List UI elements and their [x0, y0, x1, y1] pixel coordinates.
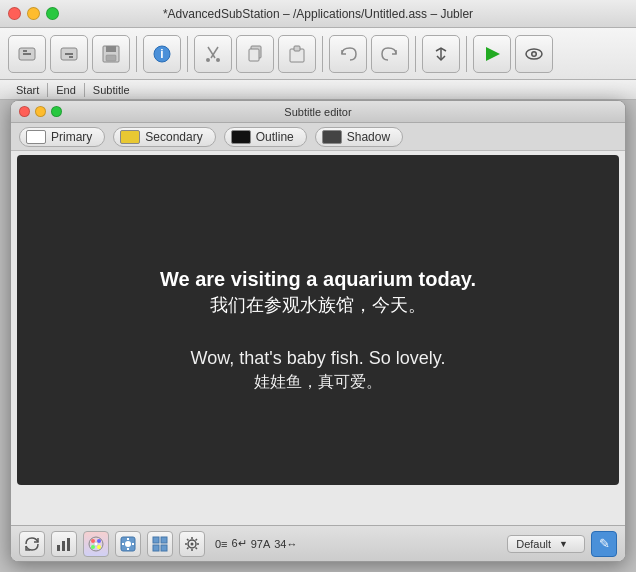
svg-point-25: [94, 542, 98, 546]
sub-dropdown-label: Default: [516, 538, 551, 550]
sub-info-3: 34↔: [274, 538, 297, 550]
svg-rect-31: [132, 543, 134, 545]
subtitle-editor-titlebar: Subtitle editor: [11, 101, 625, 123]
sort-toolbar-btn[interactable]: [422, 35, 460, 73]
svg-rect-28: [127, 538, 129, 540]
svg-rect-12: [294, 46, 300, 51]
svg-point-16: [533, 52, 536, 55]
secondary-swatch: [120, 130, 140, 144]
subtitle-editor-bottom: 0≡ 6↵ 97A 34↔ Default ▼ ✎: [11, 525, 625, 561]
shadow-swatch: [322, 130, 342, 144]
info-toolbar-btn[interactable]: i: [143, 35, 181, 73]
sub-info-1: 6↵: [232, 537, 247, 550]
svg-text:i: i: [160, 47, 163, 61]
close-button[interactable]: [8, 7, 21, 20]
play-toolbar-btn[interactable]: [473, 35, 511, 73]
col-start: Start: [8, 84, 47, 96]
subtitle-block-1: We are visiting a aquarium today. 我们在参观水…: [160, 265, 476, 318]
color-tabs: Primary Secondary Outline Shadow: [11, 123, 625, 151]
start-toolbar-btn[interactable]: [8, 35, 46, 73]
sub-chart-btn[interactable]: [51, 531, 77, 557]
svg-point-7: [206, 58, 210, 62]
window-controls: [8, 7, 59, 20]
subtitle-editor-title: Subtitle editor: [284, 106, 351, 118]
toolbar-sep-3: [322, 36, 323, 72]
sub-info-2: 97A: [251, 538, 271, 550]
svg-rect-18: [62, 541, 65, 551]
svg-rect-17: [57, 545, 60, 551]
secondary-tab[interactable]: Secondary: [113, 127, 215, 147]
sub-minimize-btn[interactable]: [35, 106, 46, 117]
maximize-button[interactable]: [46, 7, 59, 20]
svg-point-22: [97, 539, 101, 543]
svg-rect-4: [106, 55, 116, 61]
svg-point-37: [191, 542, 194, 545]
column-headers: Start End Subtitle: [0, 80, 636, 100]
svg-rect-33: [161, 537, 167, 543]
svg-rect-32: [153, 537, 159, 543]
sub-edit-btn[interactable]: ✎: [591, 531, 617, 557]
end-toolbar-btn[interactable]: [50, 35, 88, 73]
save-toolbar-btn[interactable]: [92, 35, 130, 73]
subtitle-preview: We are visiting a aquarium today. 我们在参观水…: [17, 155, 619, 485]
subtitle-block-2: Wow, that's baby fish. So lovely. 娃娃鱼，真可…: [191, 346, 446, 394]
svg-rect-3: [106, 46, 116, 52]
toolbar-sep-1: [136, 36, 137, 72]
svg-rect-35: [161, 545, 167, 551]
svg-point-24: [97, 545, 101, 549]
window-title: *AdvancedSubStation – /Applications/Unti…: [163, 7, 473, 21]
main-window: *AdvancedSubStation – /Applications/Unti…: [0, 0, 636, 572]
dropdown-chevron-icon: ▼: [559, 539, 568, 549]
svg-point-8: [216, 58, 220, 62]
secondary-tab-label: Secondary: [145, 130, 202, 144]
svg-point-27: [125, 541, 131, 547]
svg-rect-10: [249, 49, 259, 61]
main-toolbar: i: [0, 28, 636, 80]
cut-toolbar-btn[interactable]: [194, 35, 232, 73]
subtitle-line1-cn: 我们在参观水族馆，今天。: [160, 293, 476, 318]
svg-rect-30: [122, 543, 124, 545]
sub-info-0: 0≡: [215, 538, 228, 550]
svg-rect-34: [153, 545, 159, 551]
svg-point-21: [91, 539, 95, 543]
edit-pencil-icon: ✎: [599, 536, 610, 551]
svg-marker-13: [486, 47, 500, 61]
title-bar: *AdvancedSubStation – /Applications/Unti…: [0, 0, 636, 28]
sub-maximize-btn[interactable]: [51, 106, 62, 117]
subtitle-line1-en: We are visiting a aquarium today.: [160, 265, 476, 293]
toolbar-sep-2: [187, 36, 188, 72]
shadow-tab-label: Shadow: [347, 130, 390, 144]
paste-toolbar-btn[interactable]: [278, 35, 316, 73]
redo-toolbar-btn[interactable]: [371, 35, 409, 73]
undo-toolbar-btn[interactable]: [329, 35, 367, 73]
col-end: End: [48, 84, 84, 96]
shadow-tab[interactable]: Shadow: [315, 127, 403, 147]
copy-toolbar-btn[interactable]: [236, 35, 274, 73]
svg-point-23: [91, 545, 95, 549]
sub-settings-btn[interactable]: [115, 531, 141, 557]
toolbar-sep-4: [415, 36, 416, 72]
primary-tab-label: Primary: [51, 130, 92, 144]
toolbar-sep-5: [466, 36, 467, 72]
primary-swatch: [26, 130, 46, 144]
sub-refresh-btn[interactable]: [19, 531, 45, 557]
subtitle-line2-en: Wow, that's baby fish. So lovely.: [191, 346, 446, 371]
view-toolbar-btn[interactable]: [515, 35, 553, 73]
sub-palette-btn[interactable]: [83, 531, 109, 557]
sub-close-btn[interactable]: [19, 106, 30, 117]
sub-style-dropdown[interactable]: Default ▼: [507, 535, 585, 553]
outline-tab-label: Outline: [256, 130, 294, 144]
sub-win-controls: [19, 106, 62, 117]
primary-tab[interactable]: Primary: [19, 127, 105, 147]
svg-rect-19: [67, 538, 70, 551]
col-subtitle: Subtitle: [85, 84, 138, 96]
minimize-button[interactable]: [27, 7, 40, 20]
sub-info: 0≡ 6↵ 97A 34↔: [215, 537, 298, 550]
subtitle-line2-cn: 娃娃鱼，真可爱。: [191, 371, 446, 393]
outline-tab[interactable]: Outline: [224, 127, 307, 147]
svg-rect-29: [127, 548, 129, 550]
sub-grid-btn[interactable]: [147, 531, 173, 557]
sub-gear-btn[interactable]: [179, 531, 205, 557]
subtitle-editor-window: Subtitle editor Primary Secondary Outlin…: [10, 100, 626, 562]
outline-swatch: [231, 130, 251, 144]
